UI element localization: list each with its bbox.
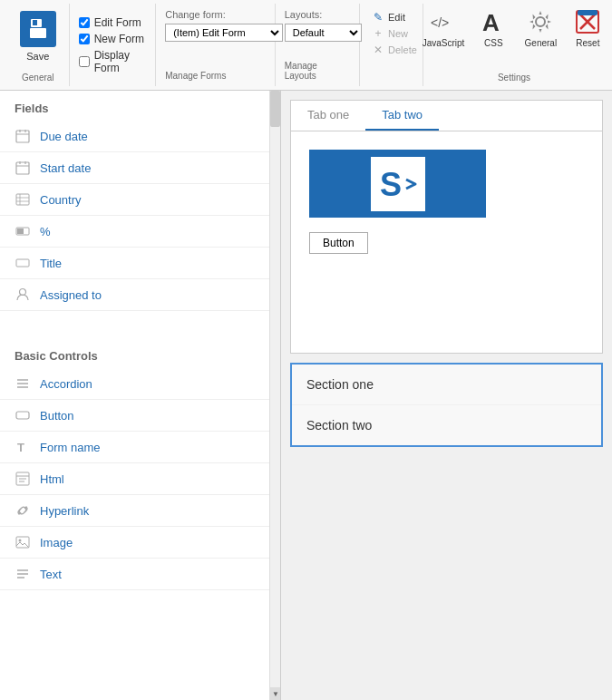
edit-form-checkbox[interactable] <box>79 17 90 28</box>
control-hyperlink-label: Hyperlink <box>40 504 89 518</box>
edit-btn-label: Edit <box>388 12 405 23</box>
svg-text:A: A <box>482 9 500 36</box>
general-group: Save General <box>7 4 70 86</box>
layouts-group: Layouts: Default Manage Layouts <box>276 4 360 86</box>
new-form-checkbox-row[interactable]: New Form <box>79 33 147 45</box>
general-settings-button[interactable]: General <box>522 7 559 48</box>
edit-form-label: Edit Form <box>94 16 141 29</box>
css-label: CSS <box>484 38 503 48</box>
control-hyperlink[interactable]: Hyperlink <box>0 495 280 527</box>
svg-point-6 <box>536 17 545 26</box>
image-icon <box>15 534 31 550</box>
reset-label: Reset <box>576 38 599 48</box>
general-settings-label: General <box>525 38 558 48</box>
display-form-checkbox-row[interactable]: Display Form <box>79 49 147 74</box>
settings-icons: </> JavaScript A CSS <box>423 7 607 48</box>
svg-rect-3 <box>30 28 46 38</box>
svg-rect-19 <box>16 194 29 205</box>
field-country-label: Country <box>40 193 82 207</box>
basic-controls-header: Basic Controls <box>0 338 280 368</box>
manage-forms-label: Manage Forms <box>165 67 266 81</box>
form-button[interactable]: Button <box>309 232 368 254</box>
javascript-icon: </> <box>429 7 458 36</box>
new-layout-button[interactable]: + New <box>369 25 410 42</box>
css-button[interactable]: A CSS <box>475 7 511 48</box>
reset-icon <box>573 7 602 36</box>
edit-icon: ✎ <box>371 10 385 24</box>
new-form-label: New Form <box>94 33 144 45</box>
control-form-name[interactable]: T Form name <box>0 432 280 463</box>
field-title[interactable]: Title <box>0 248 280 279</box>
field-percent-label: % <box>40 225 51 238</box>
control-button[interactable]: Button <box>0 400 280 432</box>
accordion-icon <box>15 375 31 392</box>
display-form-label: Display Form <box>94 49 147 74</box>
form-checkboxes-group: Edit Form New Form Display Form <box>70 4 157 86</box>
fields-header: Fields <box>0 91 280 121</box>
field-percent[interactable]: % <box>0 216 280 248</box>
svg-text:S: S <box>380 166 402 203</box>
section-two-label: Section two <box>306 418 372 433</box>
field-assigned-to[interactable]: Assigned to <box>0 279 280 311</box>
save-button[interactable]: Save <box>13 7 63 65</box>
settings-group-label: Settings <box>498 67 530 83</box>
reset-button[interactable]: Reset <box>569 7 606 48</box>
control-accordion[interactable]: Accordion <box>0 368 280 400</box>
css-icon: A <box>479 7 508 36</box>
calendar-icon-due <box>15 128 31 144</box>
control-image[interactable]: Image <box>0 527 280 559</box>
field-start-date[interactable]: Start date <box>0 152 280 184</box>
bar-icon-percent <box>15 223 31 239</box>
manage-layouts-label: Manage Layouts <box>285 57 350 81</box>
form-content: S Button <box>291 131 602 272</box>
edit-form-checkbox-row[interactable]: Edit Form <box>79 16 147 29</box>
javascript-button[interactable]: </> JavaScript <box>423 7 465 48</box>
svg-rect-15 <box>16 162 29 174</box>
main-area: Fields Due date Start date Country <box>0 91 612 700</box>
control-html[interactable]: Html <box>0 463 280 495</box>
tab-two[interactable]: Tab two <box>365 101 439 131</box>
control-form-name-label: Form name <box>40 441 100 454</box>
form-editor: Tab one Tab two S Button <box>290 100 603 354</box>
display-form-checkbox[interactable] <box>79 56 90 67</box>
settings-group: </> JavaScript A CSS <box>423 4 605 86</box>
general-label: General <box>22 69 54 83</box>
layouts-select[interactable]: Default <box>285 24 362 42</box>
section-two-row[interactable]: Section two <box>292 405 601 445</box>
control-image-label: Image <box>40 536 73 549</box>
layouts-title: Layouts: <box>285 9 350 20</box>
delete-layout-button[interactable]: ✕ Delete <box>369 42 419 58</box>
scrollbar-thumb[interactable] <box>270 91 280 127</box>
form-name-icon: T <box>15 439 31 455</box>
field-due-date-label: Due date <box>40 130 88 143</box>
change-form-title: Change form: <box>165 9 266 20</box>
text-icon-title <box>15 255 31 271</box>
javascript-label: JavaScript <box>423 38 465 48</box>
scrollbar-track: ▲ ▼ <box>269 91 280 700</box>
svg-rect-11 <box>16 131 29 142</box>
tab-one[interactable]: Tab one <box>291 101 365 131</box>
control-text[interactable]: Text <box>0 559 280 590</box>
field-due-date[interactable]: Due date <box>0 121 280 152</box>
section-one-row[interactable]: Section one <box>292 365 601 405</box>
svg-text:</>: </> <box>431 15 449 30</box>
calendar-icon-start <box>15 160 31 176</box>
field-start-date-label: Start date <box>40 161 91 175</box>
field-assigned-to-label: Assigned to <box>40 288 102 302</box>
left-panel-scroll[interactable]: Fields Due date Start date Country <box>0 91 280 700</box>
save-label: Save <box>26 51 49 62</box>
sp-logo-box: S <box>371 157 425 211</box>
tab-two-label: Tab two <box>382 108 423 122</box>
manage-layouts-buttons-group: ✎ Edit + New ✕ Delete <box>360 4 423 86</box>
svg-rect-30 <box>16 412 29 419</box>
html-icon <box>15 471 31 487</box>
svg-text:T: T <box>17 441 24 454</box>
scroll-down-arrow[interactable]: ▼ <box>270 687 281 700</box>
field-country[interactable]: Country <box>0 184 280 216</box>
new-form-checkbox[interactable] <box>79 34 90 44</box>
control-button-label: Button <box>40 409 74 423</box>
edit-layout-button[interactable]: ✎ Edit <box>369 9 407 25</box>
text-lines-icon <box>15 566 31 582</box>
change-form-select[interactable]: (Item) Edit Form <box>165 24 283 42</box>
form-button-label: Button <box>323 237 355 249</box>
